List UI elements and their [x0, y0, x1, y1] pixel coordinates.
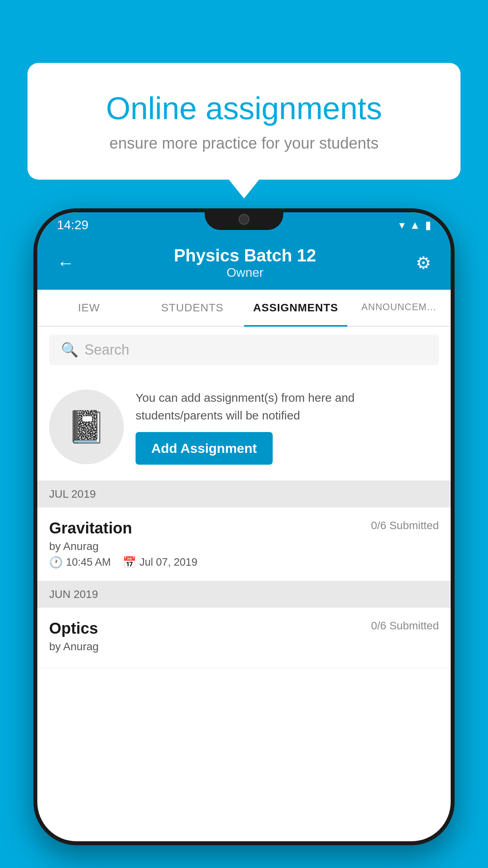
assignment-name-gravitation: Gravitation	[49, 519, 132, 537]
back-button[interactable]: ←	[57, 253, 74, 273]
speech-bubble: Online assignments ensure more practice …	[28, 63, 460, 180]
wifi-icon: ▾	[399, 219, 405, 232]
search-box[interactable]: 🔍 Search	[49, 335, 439, 365]
add-assignment-button[interactable]: Add Assignment	[136, 432, 273, 465]
assignment-meta-gravitation: 🕐 10:45 AM 📅 Jul 07, 2019	[49, 556, 439, 569]
phone-frame: 14:29 ▾ ▲ ▮ ← Physics Batch 12 Owner ⚙ I…	[33, 208, 455, 845]
assignment-row1: Gravitation 0/6 Submitted	[49, 519, 439, 537]
assignment-submitted-gravitation: 0/6 Submitted	[371, 519, 439, 532]
tab-assignments[interactable]: ASSIGNMENTS	[244, 290, 347, 326]
phone-wrapper: 14:29 ▾ ▲ ▮ ← Physics Batch 12 Owner ⚙ I…	[33, 208, 455, 868]
promo-icon-circle: 📓	[49, 390, 124, 464]
section-header-jun: JUN 2019	[37, 581, 451, 608]
meta-date-gravitation: 📅 Jul 07, 2019	[123, 556, 197, 569]
search-icon: 🔍	[61, 342, 79, 358]
date-value-gravitation: Jul 07, 2019	[139, 556, 197, 568]
header-subtitle: Owner	[174, 265, 316, 280]
meta-time-gravitation: 🕐 10:45 AM	[49, 556, 111, 569]
search-container: 🔍 Search	[37, 327, 451, 373]
assignment-item-gravitation[interactable]: Gravitation 0/6 Submitted by Anurag 🕐 10…	[37, 508, 451, 581]
promo-right: You can add assignment(s) from here and …	[136, 389, 439, 465]
assignment-submitted-optics: 0/6 Submitted	[371, 620, 439, 632]
assignment-by-gravitation: by Anurag	[49, 540, 439, 553]
header-center: Physics Batch 12 Owner	[174, 246, 316, 280]
bubble-title: Online assignments	[59, 90, 429, 127]
search-placeholder: Search	[84, 342, 129, 358]
status-time: 14:29	[57, 218, 88, 232]
promo-section: 📓 You can add assignment(s) from here an…	[37, 373, 451, 481]
tab-students[interactable]: STUDENTS	[141, 290, 244, 326]
clock-icon: 🕐	[49, 556, 63, 569]
assignment-by-optics: by Anurag	[49, 640, 439, 653]
app-header: ← Physics Batch 12 Owner ⚙	[37, 238, 451, 290]
phone-camera	[238, 214, 250, 225]
notebook-icon: 📓	[67, 408, 106, 445]
section-label-jun: JUN 2019	[49, 588, 98, 600]
phone-screen: 14:29 ▾ ▲ ▮ ← Physics Batch 12 Owner ⚙ I…	[37, 212, 451, 841]
assignment-item-optics[interactable]: Optics 0/6 Submitted by Anurag	[37, 608, 451, 668]
speech-bubble-container: Online assignments ensure more practice …	[28, 63, 460, 180]
calendar-icon: 📅	[123, 556, 136, 569]
battery-icon: ▮	[425, 219, 431, 232]
settings-button[interactable]: ⚙	[416, 253, 431, 273]
tab-iew[interactable]: IEW	[37, 290, 141, 326]
phone-notch	[205, 208, 283, 230]
assignment-row1-optics: Optics 0/6 Submitted	[49, 620, 439, 637]
promo-text: You can add assignment(s) from here and …	[136, 389, 439, 424]
header-title: Physics Batch 12	[174, 246, 316, 265]
time-value-gravitation: 10:45 AM	[66, 556, 111, 568]
section-label-jul: JUL 2019	[49, 488, 96, 500]
assignment-name-optics: Optics	[49, 620, 98, 637]
bubble-subtitle: ensure more practice for your students	[59, 134, 429, 152]
signal-icon: ▲	[409, 219, 420, 232]
section-header-jul: JUL 2019	[37, 481, 451, 508]
tab-announcements[interactable]: ANNOUNCEM…	[347, 290, 451, 326]
status-icons: ▾ ▲ ▮	[399, 219, 431, 232]
tabs-bar: IEW STUDENTS ASSIGNMENTS ANNOUNCEM…	[37, 290, 451, 327]
